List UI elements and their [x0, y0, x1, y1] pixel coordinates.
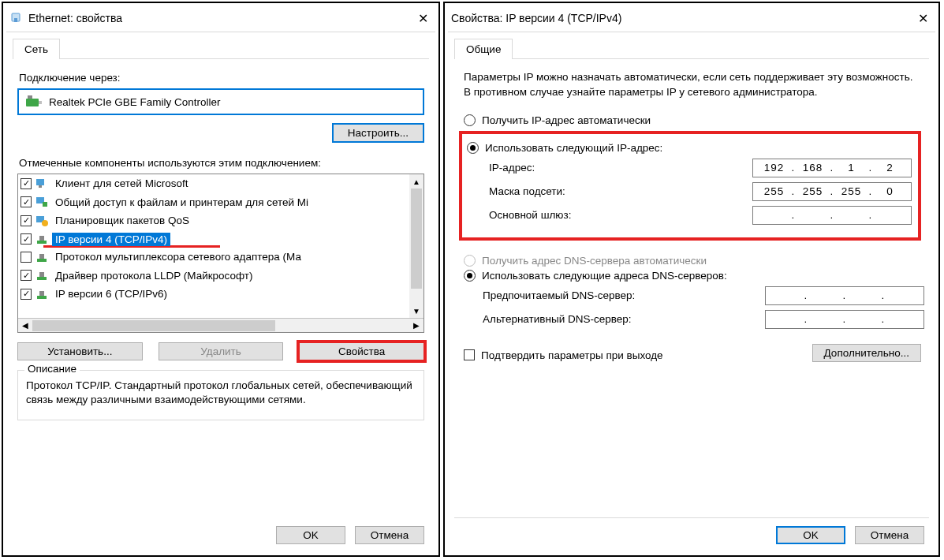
intro-text: Параметры IP можно назначать автоматичес… — [464, 70, 920, 100]
svg-rect-14 — [39, 254, 44, 259]
subnet-mask-input[interactable]: 255. 255. 255. 0 — [752, 182, 912, 201]
svg-rect-8 — [43, 202, 47, 207]
radio-icon — [464, 255, 476, 267]
ip-address-label: IP-адрес: — [489, 162, 752, 174]
component-label: Драйвер протокола LLDP (Майкрософт) — [52, 269, 256, 282]
component-label: Планировщик пакетов QoS — [52, 214, 192, 227]
svg-rect-5 — [36, 179, 44, 185]
vertical-scrollbar[interactable]: ▲ ▼ — [409, 174, 423, 318]
dialog-title: Ethernet: свойства — [28, 12, 413, 24]
close-icon[interactable]: ✕ — [413, 9, 432, 28]
checkbox-icon[interactable] — [21, 289, 32, 300]
cancel-button[interactable]: Отмена — [855, 526, 924, 544]
subnet-mask-row: Маска подсети: 255. 255. 255. 0 — [489, 182, 912, 201]
gateway-label: Основной шлюз: — [489, 209, 752, 221]
advanced-button[interactable]: Дополнительно... — [812, 344, 921, 362]
component-label: Клиент для сетей Microsoft — [52, 177, 191, 190]
gateway-input[interactable]: . . . — [752, 206, 912, 225]
radio-auto-dns: Получить адрес DNS-сервера автоматически — [464, 255, 924, 267]
properties-button[interactable]: Свойства — [299, 342, 424, 360]
configure-button[interactable]: Настроить... — [332, 123, 424, 143]
close-icon[interactable]: ✕ — [913, 9, 932, 28]
ip-address-row: IP-адрес: 192. 168. 1. 2 — [489, 159, 912, 177]
network-item-icon — [35, 196, 49, 208]
cancel-button[interactable]: Отмена — [355, 526, 424, 544]
remove-button: Удалить — [159, 342, 284, 360]
scroll-left-icon[interactable]: ◀ — [18, 319, 32, 333]
components-label: Отмеченные компоненты используются этим … — [19, 157, 424, 169]
checkbox-icon[interactable] — [21, 270, 32, 281]
component-label: IP версии 4 (TCP/IPv4) — [52, 233, 170, 246]
component-row[interactable]: Клиент для сетей Microsoft — [18, 174, 423, 193]
checkbox-icon[interactable] — [21, 178, 32, 189]
checkbox-icon[interactable] — [21, 252, 32, 263]
tab-general[interactable]: Общие — [454, 39, 513, 59]
svg-rect-2 — [26, 99, 39, 106]
scroll-thumb[interactable] — [411, 189, 422, 289]
manual-ip-highlight-box: Использовать следующий IP-адрес: IP-адре… — [459, 131, 921, 241]
description-group: Описание Протокол TCP/IP. Стандартный пр… — [17, 370, 424, 420]
svg-rect-18 — [39, 291, 44, 296]
checkbox-icon[interactable] — [21, 215, 32, 226]
network-item-icon — [35, 251, 49, 263]
component-row[interactable]: IP версии 4 (TCP/IPv4) — [18, 230, 423, 249]
ethernet-properties-dialog: Ethernet: свойства ✕ Сеть Подключение че… — [2, 2, 440, 557]
svg-rect-6 — [39, 185, 42, 188]
titlebar: Свойства: IP версии 4 (TCP/IPv4) ✕ — [445, 3, 938, 32]
install-button[interactable]: Установить... — [17, 342, 143, 360]
component-row[interactable]: Общий доступ к файлам и принтерам для се… — [18, 193, 423, 212]
component-row[interactable]: Планировщик пакетов QoS — [18, 211, 423, 230]
checkbox-icon[interactable] — [21, 196, 32, 207]
radio-icon[interactable] — [467, 142, 479, 154]
ip-address-input[interactable]: 192. 168. 1. 2 — [752, 159, 912, 177]
ethernet-plug-icon — [9, 12, 22, 24]
network-item-icon — [35, 288, 49, 301]
svg-rect-17 — [37, 296, 47, 299]
checkbox-icon[interactable] — [21, 233, 32, 245]
alt-dns-label: Альтернативный DNS-сервер: — [483, 313, 765, 325]
components-listbox[interactable]: Клиент для сетей MicrosoftОбщий доступ к… — [17, 174, 424, 333]
component-label: IP версии 6 (TCP/IPv6) — [52, 287, 170, 301]
svg-rect-3 — [39, 101, 42, 104]
svg-point-10 — [42, 220, 48, 226]
component-label: Протокол мультиплексора сетевого адаптер… — [52, 250, 304, 263]
svg-rect-13 — [37, 259, 47, 262]
adapter-box[interactable]: Realtek PCIe GBE Family Controller — [17, 88, 424, 115]
radio-manual-dns[interactable]: Использовать следующие адреса DNS-сервер… — [464, 270, 924, 282]
radio-icon[interactable] — [464, 114, 476, 126]
adapter-icon — [25, 95, 43, 109]
ok-button[interactable]: OK — [776, 526, 845, 544]
dialog-title: Свойства: IP версии 4 (TCP/IPv4) — [451, 12, 913, 24]
description-text: Протокол TCP/IP. Стандартный протокол гл… — [26, 379, 416, 407]
description-title: Описание — [24, 363, 80, 375]
radio-manual-ip[interactable]: Использовать следующий IP-адрес: — [467, 142, 912, 154]
radio-auto-ip[interactable]: Получить IP-адрес автоматически — [464, 114, 924, 126]
svg-rect-11 — [37, 241, 47, 244]
subnet-mask-label: Маска подсети: — [489, 185, 752, 197]
svg-rect-16 — [39, 272, 44, 277]
titlebar: Ethernet: свойства ✕ — [3, 3, 438, 32]
adapter-name: Realtek PCIe GBE Family Controller — [49, 96, 221, 108]
alt-dns-input[interactable]: . . . — [765, 310, 924, 329]
radio-icon[interactable] — [464, 270, 476, 282]
svg-rect-12 — [39, 236, 44, 241]
preferred-dns-row: Предпочитаемый DNS-сервер: . . . — [483, 286, 924, 305]
network-item-icon — [35, 177, 49, 190]
preferred-dns-input[interactable]: . . . — [765, 286, 924, 305]
gateway-row: Основной шлюз: . . . — [489, 206, 912, 225]
component-row[interactable]: IP версии 6 (TCP/IPv6) — [18, 285, 423, 304]
tab-strip: Общие — [445, 32, 938, 59]
tab-network[interactable]: Сеть — [13, 39, 60, 59]
scroll-down-icon[interactable]: ▼ — [409, 304, 423, 318]
horizontal-scrollbar[interactable]: ◀ ▶ — [18, 318, 423, 332]
connect-via-label: Подключение через: — [19, 72, 424, 84]
network-item-icon — [35, 233, 49, 245]
ok-button[interactable]: OK — [276, 526, 345, 544]
scroll-right-icon[interactable]: ▶ — [409, 319, 423, 333]
component-row[interactable]: Протокол мультиплексора сетевого адаптер… — [18, 248, 423, 267]
scroll-thumb[interactable] — [32, 320, 275, 331]
component-row[interactable]: Драйвер протокола LLDP (Майкрософт) — [18, 267, 423, 286]
scroll-up-icon[interactable]: ▲ — [409, 174, 423, 189]
svg-rect-1 — [14, 18, 17, 22]
network-item-icon — [35, 269, 49, 282]
